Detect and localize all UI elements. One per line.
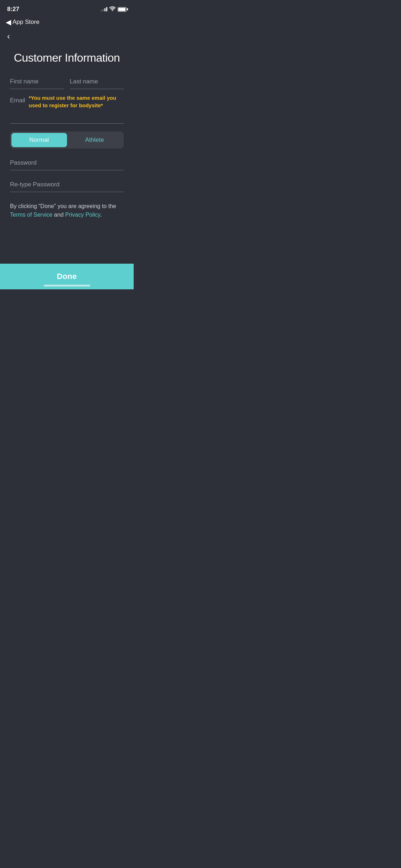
back-chevron-icon[interactable]: ‹ [7,31,10,41]
retype-password-input[interactable] [10,178,124,192]
terms-text: By clicking “Done” you are agreeing to t… [10,202,124,219]
email-label: Email [10,94,25,104]
page-title: Customer Information [0,44,134,75]
first-name-input[interactable] [10,75,64,89]
status-bar: 8:27 [0,0,134,16]
signal-icon [101,7,107,11]
wifi-icon [109,6,115,12]
password-input[interactable] [10,156,124,170]
retype-password-field [10,178,124,192]
type-toggle[interactable]: Normal Athlete [10,131,124,149]
privacy-policy-link[interactable]: Privacy Policy [65,212,100,218]
last-name-input[interactable] [70,75,124,89]
back-row: ‹ [0,29,134,44]
done-label: Done [57,272,77,281]
toggle-normal[interactable]: Normal [11,133,67,147]
email-warning: *You must use the same email you used to… [29,94,124,109]
toggle-athlete[interactable]: Athlete [67,133,123,147]
status-icons [101,6,127,12]
back-arrow-icon: ◀ [6,18,11,26]
nav-bar: ◀ App Store [0,16,134,29]
form-container: Email *You must use the same email you u… [0,75,134,219]
app-store-back-label: App Store [12,19,40,26]
last-name-group [70,75,124,89]
first-name-group [10,75,64,89]
terms-of-service-link[interactable]: Terms of Service [10,212,52,218]
battery-icon [118,7,127,12]
status-time: 8:27 [7,6,19,13]
email-input-wrap [10,109,124,124]
email-label-row: Email *You must use the same email you u… [10,94,124,109]
password-field [10,156,124,170]
email-input[interactable] [10,110,124,123]
home-indicator [44,285,90,286]
back-nav-button[interactable]: ◀ App Store [6,18,40,26]
email-row: Email *You must use the same email you u… [10,94,124,124]
name-row [10,75,124,89]
